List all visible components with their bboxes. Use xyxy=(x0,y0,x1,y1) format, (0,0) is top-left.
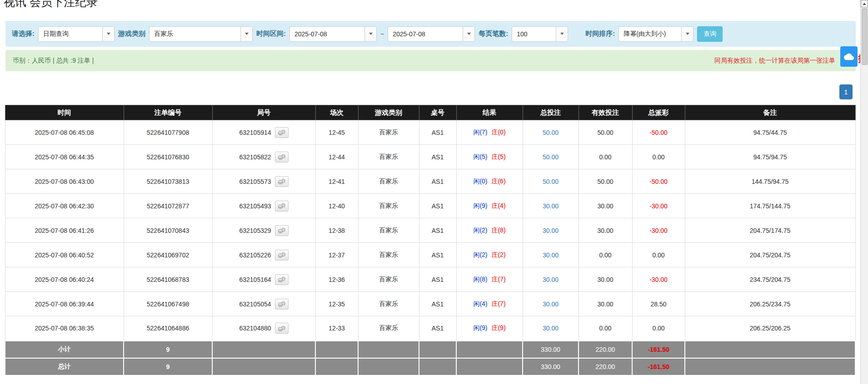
vertical-scrollbar[interactable] xyxy=(860,0,868,384)
currency-total-text: 币别：人民币 | 总共 :9 注单 | xyxy=(13,57,94,65)
bet-id-cell: 522641069702 xyxy=(124,243,212,267)
player-result: 闲(9) xyxy=(473,324,487,331)
player-result: 闲(0) xyxy=(473,177,487,185)
game-type-cell: 百家乐 xyxy=(358,267,419,292)
banker-result: 庄(2) xyxy=(491,251,505,258)
col-result: 结果 xyxy=(456,105,523,120)
session-cell: 12-36 xyxy=(315,267,358,292)
total-bet-cell: 30.00 xyxy=(523,194,579,218)
result-cell: 闲(7) 庄(0) xyxy=(456,120,523,145)
coin-button[interactable] xyxy=(275,299,289,310)
cloud-float-button[interactable] xyxy=(840,46,858,67)
result-cell: 闲(8) 庄(7) xyxy=(456,267,523,292)
sort-order-select[interactable]: 降幂(由大到小) xyxy=(619,26,693,42)
valid-bet-cell: 30.00 xyxy=(579,194,632,218)
cloud-icon xyxy=(843,52,855,62)
time-range-label: 时间区间: xyxy=(256,30,286,38)
payout-cell: -50.00 xyxy=(632,120,685,145)
round-number: 632105573 xyxy=(239,178,271,185)
col-valid-bet: 有效投注 xyxy=(579,105,632,120)
table-row: 2025-07-08 06:45:08 522641077908 6321059… xyxy=(5,120,855,145)
total-label: 总计 xyxy=(5,358,124,375)
round-cell: 632105914 xyxy=(212,120,315,145)
payout-cell: 0.00 xyxy=(632,316,685,341)
bet-id-cell: 522641077908 xyxy=(124,120,212,145)
chevron-down-icon[interactable] xyxy=(102,27,114,41)
player-result: 闲(9) xyxy=(473,202,487,209)
coin-button[interactable] xyxy=(275,225,289,236)
subtotal-payout: -161.50 xyxy=(632,341,685,358)
subtotal-count: 9 xyxy=(124,341,212,358)
page-size-label: 每页笔数: xyxy=(479,30,508,38)
bet-id-cell: 522641064886 xyxy=(124,316,212,341)
table-row: 2025-07-08 06:40:52 522641069702 6321052… xyxy=(5,243,855,267)
round-number: 632105914 xyxy=(239,129,271,136)
table-no-cell: AS1 xyxy=(419,267,456,292)
round-cell: 632105054 xyxy=(212,292,315,316)
chevron-down-icon[interactable] xyxy=(463,27,474,41)
coin-button[interactable] xyxy=(275,250,289,261)
banker-result: 庄(7) xyxy=(491,276,505,283)
game-type-cell: 百家乐 xyxy=(358,292,419,316)
coin-button[interactable] xyxy=(275,152,289,162)
banker-result: 庄(4) xyxy=(491,202,505,209)
total-bet-cell: 50.00 xyxy=(523,120,579,145)
total-bet-cell: 30.00 xyxy=(523,267,579,292)
chevron-down-icon[interactable] xyxy=(240,27,252,41)
coin-button[interactable] xyxy=(275,176,289,187)
remark-cell: 234.75/204.75 xyxy=(685,267,855,292)
table-no-cell: AS1 xyxy=(419,194,456,218)
time-cell: 2025-07-08 06:39:44 xyxy=(5,292,124,316)
coins-icon xyxy=(278,252,285,258)
page-size-select[interactable]: 100 xyxy=(512,26,568,42)
remark-cell: 204.75/174.75 xyxy=(685,218,855,243)
subtotal-total-bet: 330.00 xyxy=(523,341,579,358)
valid-bet-cell: 50.00 xyxy=(579,169,632,194)
session-cell: 12-40 xyxy=(315,194,358,218)
round-cell: 632105329 xyxy=(212,218,315,243)
banker-result: 庄(8) xyxy=(491,226,505,234)
coins-icon xyxy=(278,203,285,209)
payout-cell: -30.00 xyxy=(632,194,685,218)
banker-result: 庄(9) xyxy=(491,324,505,331)
date-type-select[interactable]: 日期查询 xyxy=(38,26,115,42)
coins-icon xyxy=(278,325,285,331)
round-cell: 632105822 xyxy=(212,145,315,169)
page-1-button[interactable]: 1 xyxy=(839,84,853,99)
chevron-down-icon[interactable] xyxy=(681,27,693,41)
coin-button[interactable] xyxy=(275,201,289,212)
page-title: 视讯 会员下注纪录 xyxy=(4,0,98,10)
player-result: 闲(2) xyxy=(473,251,487,258)
coins-icon xyxy=(278,227,285,233)
game-type-cell: 百家乐 xyxy=(358,316,419,341)
game-type-select[interactable]: 百家乐 xyxy=(149,26,253,42)
coin-button[interactable] xyxy=(275,127,289,138)
session-cell: 12-41 xyxy=(315,169,358,194)
scroll-up-button[interactable] xyxy=(861,0,868,7)
chevron-down-icon[interactable] xyxy=(364,27,376,41)
result-cell: 闲(5) 庄(5) xyxy=(456,145,523,169)
time-cell: 2025-07-08 06:44:35 xyxy=(5,145,124,169)
subtotal-label: 小计 xyxy=(5,341,124,358)
bet-records-table: 时间 注单编号 局号 场次 游戏类别 桌号 结果 总投注 有效投注 总派彩 备注… xyxy=(5,105,856,376)
total-bet-cell: 30.00 xyxy=(523,218,579,243)
total-bet-cell: 30.00 xyxy=(523,243,579,267)
date-from-select[interactable]: 2025-07-08 xyxy=(289,26,377,42)
valid-bet-cell: 50.00 xyxy=(579,120,632,145)
coin-button[interactable] xyxy=(275,274,289,285)
date-to-select[interactable]: 2025-07-08 xyxy=(388,26,475,42)
filter-bar: 请选择: 日期查询 游戏类别 百家乐 时间区间: 2025-07-08 ~ 20… xyxy=(5,21,856,47)
coin-button[interactable] xyxy=(275,323,289,334)
query-button[interactable]: 查询 xyxy=(697,26,723,42)
total-bet-cell: 30.00 xyxy=(523,316,579,341)
date-from-value: 2025-07-08 xyxy=(290,27,364,41)
chevron-down-icon[interactable] xyxy=(556,27,568,41)
notice-text: 同局有效投注，统一计算在该局第一张注单 xyxy=(714,57,835,65)
player-result: 闲(5) xyxy=(473,153,487,160)
time-cell: 2025-07-08 06:42:30 xyxy=(5,194,124,218)
result-cell: 闲(2) 庄(8) xyxy=(456,218,523,243)
scrollbar-thumb[interactable] xyxy=(862,8,868,65)
table-row: 2025-07-08 06:38:35 522641064886 6321048… xyxy=(5,316,855,341)
table-no-cell: AS1 xyxy=(419,145,456,169)
player-result: 闲(7) xyxy=(473,128,487,136)
